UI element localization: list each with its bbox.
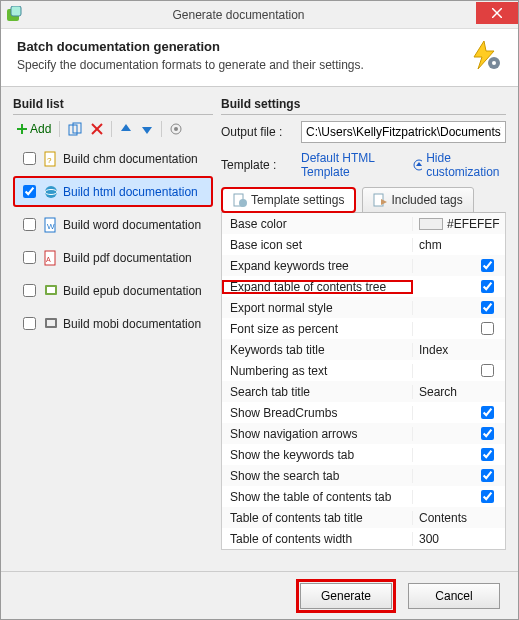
settings-row[interactable]: Show navigation arrows <box>222 423 505 444</box>
build-item-checkbox[interactable] <box>23 218 36 231</box>
divider <box>13 114 213 115</box>
settings-row[interactable]: Base color#EFEFEF <box>222 213 505 234</box>
add-label: Add <box>30 122 51 136</box>
toolbar-separator <box>111 121 112 137</box>
svg-point-19 <box>45 186 57 198</box>
settings-checkbox[interactable] <box>481 469 494 482</box>
settings-button[interactable] <box>167 122 185 136</box>
settings-label: Show BreadCrumbs <box>222 406 413 420</box>
build-list-item[interactable]: ?Build chm documentation <box>13 143 213 174</box>
settings-row[interactable]: Search tab titleSearch <box>222 381 505 402</box>
build-item-label: Build pdf documentation <box>63 251 192 265</box>
build-item-label: Build html documentation <box>63 185 198 199</box>
settings-value: #EFEFEF <box>447 217 500 231</box>
delete-icon <box>91 123 103 135</box>
included-tags-icon <box>373 193 387 207</box>
settings-row[interactable]: Expand table of contents tree <box>222 276 505 297</box>
settings-row[interactable]: Table of contents tab titleContents <box>222 507 505 528</box>
tab-template-settings-label: Template settings <box>251 193 344 207</box>
delete-button[interactable] <box>88 122 106 136</box>
settings-label: Font size as percent <box>222 322 413 336</box>
svg-point-6 <box>492 61 496 65</box>
build-item-checkbox[interactable] <box>23 185 36 198</box>
header-title: Batch documentation generation <box>17 39 462 54</box>
close-button[interactable] <box>476 2 518 24</box>
hide-customization-link[interactable]: Hide customization <box>413 151 506 179</box>
settings-row[interactable]: Keywords tab titleIndex <box>222 339 505 360</box>
settings-row[interactable]: Numbering as text <box>222 360 505 381</box>
settings-checkbox[interactable] <box>481 448 494 461</box>
settings-row[interactable]: Base icon setchm <box>222 234 505 255</box>
settings-checkbox[interactable] <box>481 490 494 503</box>
settings-checkbox[interactable] <box>481 364 494 377</box>
settings-row[interactable]: Export normal style <box>222 297 505 318</box>
settings-row[interactable]: Font size as percent <box>222 318 505 339</box>
settings-label: Table of contents tab title <box>222 511 413 525</box>
window-title: Generate documentation <box>1 8 476 22</box>
plus-icon <box>16 123 28 135</box>
settings-row[interactable]: Show the keywords tab <box>222 444 505 465</box>
arrow-up-icon <box>120 123 132 135</box>
build-item-checkbox[interactable] <box>23 284 36 297</box>
cancel-button[interactable]: Cancel <box>408 583 500 609</box>
settings-label: Show navigation arrows <box>222 427 413 441</box>
template-link[interactable]: Default HTML Template <box>301 151 401 179</box>
build-list-item[interactable]: Build epub documentation <box>13 275 213 306</box>
generate-button[interactable]: Generate <box>300 583 392 609</box>
doc-type-icon <box>43 184 59 200</box>
settings-label: Expand keywords tree <box>222 259 413 273</box>
settings-checkbox[interactable] <box>481 427 494 440</box>
build-list-toolbar: Add <box>13 121 213 137</box>
settings-checkbox[interactable] <box>481 301 494 314</box>
settings-row[interactable]: Show BreadCrumbs <box>222 402 505 423</box>
header-subtitle: Specify the documentation formats to gen… <box>17 58 462 72</box>
settings-label: Numbering as text <box>222 364 413 378</box>
settings-checkbox[interactable] <box>481 259 494 272</box>
output-file-label: Output file : <box>221 125 295 139</box>
doc-type-icon: A <box>43 250 59 266</box>
svg-marker-14 <box>142 127 152 134</box>
settings-checkbox[interactable] <box>481 406 494 419</box>
svg-text:A: A <box>46 256 51 263</box>
output-file-input[interactable] <box>301 121 506 143</box>
dialog-header: Batch documentation generation Specify t… <box>1 29 518 87</box>
build-list-item[interactable]: Build mobi documentation <box>13 308 213 339</box>
build-item-checkbox[interactable] <box>23 152 36 165</box>
template-label: Template : <box>221 158 295 172</box>
build-settings-title: Build settings <box>221 97 506 111</box>
build-list-item[interactable]: WBuild word documentation <box>13 209 213 240</box>
build-item-checkbox[interactable] <box>23 251 36 264</box>
add-button[interactable]: Add <box>13 121 54 137</box>
titlebar: Generate documentation <box>1 1 518 29</box>
color-swatch[interactable] <box>419 218 443 230</box>
build-item-label: Build epub documentation <box>63 284 202 298</box>
tab-template-settings[interactable]: Template settings <box>221 187 356 213</box>
duplicate-button[interactable] <box>65 121 85 137</box>
settings-value: chm <box>419 238 442 252</box>
build-list-item[interactable]: Build html documentation <box>13 176 213 207</box>
template-settings-grid: Base color#EFEFEFBase icon setchmExpand … <box>221 212 506 550</box>
doc-type-icon: W <box>43 217 59 233</box>
settings-value: Index <box>419 343 448 357</box>
settings-row[interactable]: Show the search tab <box>222 465 505 486</box>
svg-point-32 <box>239 199 247 207</box>
settings-tabs: Template settings Included tags <box>221 187 506 213</box>
settings-row[interactable]: Show the table of contents tab <box>222 486 505 507</box>
svg-marker-30 <box>416 162 422 166</box>
settings-checkbox[interactable] <box>481 322 494 335</box>
settings-row[interactable]: Expand keywords tree <box>222 255 505 276</box>
toolbar-separator <box>161 121 162 137</box>
settings-value: 300 <box>419 532 439 546</box>
doc-type-icon <box>43 316 59 332</box>
template-row: Template : Default HTML Template Hide cu… <box>221 151 506 179</box>
settings-row[interactable]: Table of contents width300 <box>222 528 505 549</box>
settings-label: Base icon set <box>222 238 413 252</box>
output-file-row: Output file : <box>221 121 506 143</box>
settings-checkbox[interactable] <box>481 280 494 293</box>
move-down-button[interactable] <box>138 122 156 136</box>
move-up-button[interactable] <box>117 122 135 136</box>
tab-included-tags[interactable]: Included tags <box>362 187 473 213</box>
build-item-label: Build mobi documentation <box>63 317 201 331</box>
build-list-item[interactable]: ABuild pdf documentation <box>13 242 213 273</box>
build-item-checkbox[interactable] <box>23 317 36 330</box>
